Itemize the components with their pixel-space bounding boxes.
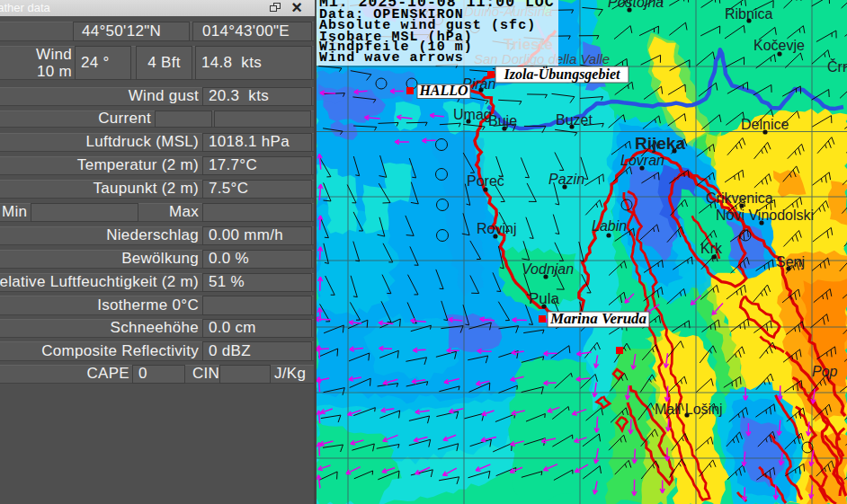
svg-text:Mali Lošinj: Mali Lošinj <box>655 402 723 417</box>
svg-text:Buje: Buje <box>488 113 517 128</box>
svg-text:Wind wave arrows: Wind wave arrows <box>319 50 464 66</box>
svg-text:Senj: Senj <box>776 254 805 270</box>
svg-text:Ribnica: Ribnica <box>725 6 772 22</box>
svg-text:Buzet: Buzet <box>556 112 593 128</box>
svg-text:Novi Vinodolski: Novi Vinodolski <box>716 208 814 223</box>
svg-text:HALLO: HALLO <box>418 83 468 98</box>
svg-text:Pazin: Pazin <box>548 172 584 187</box>
svg-text:Rijeka: Rijeka <box>635 134 685 153</box>
svg-text:Kočevje: Kočevje <box>753 38 805 53</box>
svg-text:Vodnjan: Vodnjan <box>522 261 574 277</box>
svg-text:Izola-Übungsgebiet: Izola-Übungsgebiet <box>504 66 620 83</box>
svg-text:Pop: Pop <box>812 364 838 379</box>
svg-text:Marina Veruda: Marina Veruda <box>549 310 647 327</box>
svg-text:Krk: Krk <box>700 241 723 256</box>
svg-text:Pula: Pula <box>529 290 560 307</box>
svg-text:Črnomelj: Črnomelj <box>827 58 847 75</box>
svg-text:Umag: Umag <box>453 107 492 122</box>
svg-text:Poreč: Poreč <box>467 173 504 189</box>
svg-text:Postojna: Postojna <box>608 0 664 10</box>
svg-text:Crikvenica: Crikvenica <box>706 190 773 206</box>
svg-text:Labin: Labin <box>592 218 627 234</box>
svg-text:Rovinj: Rovinj <box>477 221 516 236</box>
svg-text:Delnice: Delnice <box>741 117 789 132</box>
svg-text:Lovran: Lovran <box>620 153 664 168</box>
